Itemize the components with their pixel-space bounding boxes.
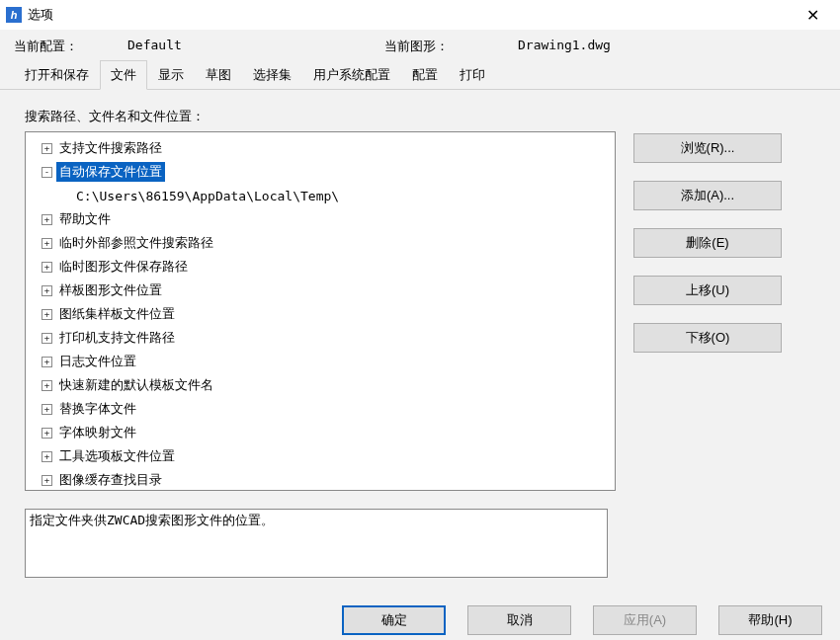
tab-6[interactable]: 配置: [401, 60, 449, 90]
drawing-value: Drawing1.dwg: [518, 38, 611, 55]
tree-item[interactable]: +字体映射文件: [28, 421, 613, 444]
move-up-button[interactable]: 上移(U): [633, 276, 782, 305]
dialog-content: 当前配置： Default 当前图形： Drawing1.dwg 打开和保存文件…: [0, 30, 840, 640]
tree-item[interactable]: -自动保存文件位置: [28, 160, 613, 184]
tree-item-label[interactable]: 图纸集样板文件位置: [56, 304, 178, 324]
tree-item-label[interactable]: 打印机支持文件路径: [56, 328, 178, 348]
delete-button[interactable]: 删除(E): [633, 228, 782, 258]
expand-icon[interactable]: +: [42, 451, 52, 462]
titlebar: h 选项 ✕: [0, 0, 840, 30]
close-icon[interactable]: ✕: [793, 3, 832, 27]
expand-icon[interactable]: +: [42, 238, 52, 249]
tree-item-label[interactable]: 日志文件位置: [56, 352, 139, 371]
expand-icon[interactable]: +: [42, 380, 52, 391]
apply-button[interactable]: 应用(A): [593, 605, 697, 635]
tree-item-label[interactable]: 快速新建的默认模板文件名: [56, 375, 216, 395]
tree-item[interactable]: +支持文件搜索路径: [28, 136, 613, 160]
tree-item[interactable]: +打印机支持文件路径: [28, 326, 613, 350]
tree-item-label[interactable]: 帮助文件: [56, 209, 114, 229]
browse-button[interactable]: 浏览(R)...: [633, 133, 782, 163]
section-label: 搜索路径、文件名和文件位置：: [25, 108, 826, 125]
tree-item[interactable]: +日志文件位置: [28, 350, 613, 373]
tree-item[interactable]: +替换字体文件: [28, 397, 613, 421]
paths-tree[interactable]: +支持文件搜索路径-自动保存文件位置C:\Users\86159\AppData…: [25, 131, 616, 491]
tab-1[interactable]: 文件: [100, 60, 147, 90]
add-button[interactable]: 添加(A)...: [633, 181, 782, 210]
move-down-button[interactable]: 下移(O): [633, 323, 782, 353]
tree-item-label[interactable]: 工具选项板文件位置: [56, 446, 178, 466]
expand-icon[interactable]: +: [42, 214, 52, 225]
app-icon: h: [6, 7, 22, 23]
side-button-group: 浏览(R)... 添加(A)... 删除(E) 上移(U) 下移(O): [633, 131, 782, 491]
profile-value: Default: [127, 38, 384, 55]
ok-button[interactable]: 确定: [342, 605, 446, 635]
tab-0[interactable]: 打开和保存: [14, 60, 100, 90]
window-title: 选项: [28, 6, 53, 24]
tree-item[interactable]: +工具选项板文件位置: [28, 444, 613, 468]
profile-label: 当前配置：: [14, 38, 78, 55]
expand-icon[interactable]: +: [42, 404, 52, 415]
tree-item-label[interactable]: 支持文件搜索路径: [56, 138, 165, 158]
expand-icon[interactable]: +: [42, 143, 52, 154]
help-button[interactable]: 帮助(H): [718, 605, 822, 635]
tree-item-label[interactable]: 字体映射文件: [56, 423, 139, 442]
tree-item-label[interactable]: 自动保存文件位置: [56, 162, 165, 182]
expand-icon[interactable]: +: [42, 428, 52, 439]
expand-icon[interactable]: +: [42, 309, 52, 320]
tab-2[interactable]: 显示: [147, 60, 195, 90]
description-box: 指定文件夹供ZWCAD搜索图形文件的位置。: [25, 509, 608, 578]
tree-item-label[interactable]: 图像缓存查找目录: [56, 470, 165, 490]
tree-item[interactable]: +图像缓存查找目录: [28, 468, 613, 491]
expand-icon[interactable]: +: [42, 262, 52, 273]
tree-item-label[interactable]: 临时外部参照文件搜索路径: [56, 233, 216, 253]
tree-item-label[interactable]: 样板图形文件位置: [56, 280, 165, 300]
expand-icon[interactable]: +: [42, 357, 52, 367]
tree-item[interactable]: +临时图形文件保存路径: [28, 255, 613, 279]
tree-item-label[interactable]: 临时图形文件保存路径: [56, 257, 191, 277]
cancel-button[interactable]: 取消: [467, 605, 571, 635]
collapse-icon[interactable]: -: [42, 167, 52, 178]
header-info: 当前配置： Default 当前图形： Drawing1.dwg: [0, 30, 840, 59]
tree-item[interactable]: +图纸集样板文件位置: [28, 302, 613, 326]
tree-item[interactable]: C:\Users\86159\AppData\Local\Temp\: [28, 184, 613, 207]
expand-icon[interactable]: +: [42, 475, 52, 486]
tab-3[interactable]: 草图: [195, 60, 242, 90]
bottom-button-row: 确定 取消 应用(A) 帮助(H): [0, 600, 840, 635]
tree-item[interactable]: +临时外部参照文件搜索路径: [28, 231, 613, 255]
tab-7[interactable]: 打印: [449, 60, 496, 90]
expand-icon[interactable]: +: [42, 285, 52, 296]
tree-item-label[interactable]: 替换字体文件: [56, 399, 139, 419]
tab-strip: 打开和保存文件显示草图选择集用户系统配置配置打印: [0, 59, 840, 90]
tab-5[interactable]: 用户系统配置: [302, 60, 401, 90]
tree-item-label[interactable]: C:\Users\86159\AppData\Local\Temp\: [73, 188, 342, 204]
tree-item[interactable]: +快速新建的默认模板文件名: [28, 373, 613, 397]
drawing-label: 当前图形：: [384, 38, 449, 55]
tab-body-files: 搜索路径、文件名和文件位置： +支持文件搜索路径-自动保存文件位置C:\User…: [0, 90, 840, 588]
expand-icon[interactable]: +: [42, 333, 52, 344]
tab-4[interactable]: 选择集: [242, 60, 302, 90]
tree-item[interactable]: +帮助文件: [28, 207, 613, 231]
tree-item[interactable]: +样板图形文件位置: [28, 279, 613, 302]
